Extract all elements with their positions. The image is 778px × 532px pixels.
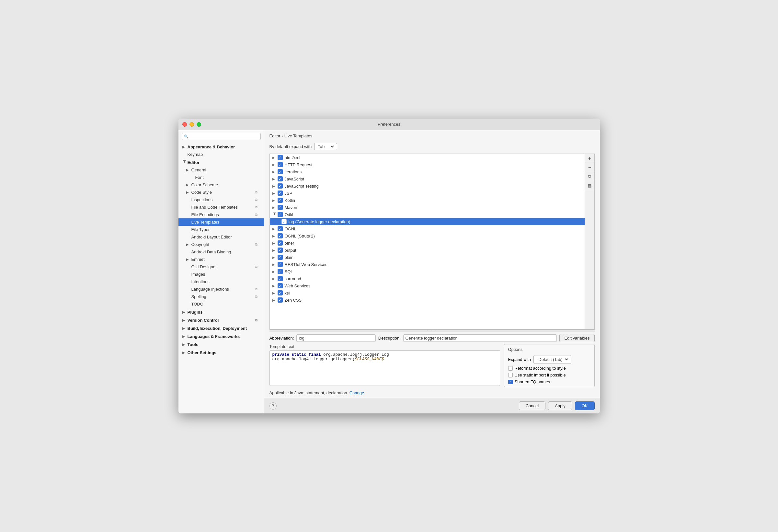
sidebar-label-emmet: Emmet xyxy=(191,257,205,262)
sidebar-item-tools[interactable]: ▶ Tools xyxy=(178,340,264,348)
sidebar-item-keymap[interactable]: Keymap xyxy=(178,151,264,158)
sidebar-item-languagesframeworks[interactable]: ▶ Languages & Frameworks xyxy=(178,332,264,340)
template-group-restful[interactable]: ▶ ✓ RESTful Web Services xyxy=(270,261,585,268)
group-checkbox-odkl[interactable]: ✓ xyxy=(278,212,283,217)
group-checkbox-httprequest[interactable]: ✓ xyxy=(278,162,283,167)
sidebar-item-font[interactable]: Font xyxy=(178,174,264,181)
sidebar-item-filecodetemplates[interactable]: File and Code Templates ⧉ xyxy=(178,204,264,211)
sidebar-item-filetypes[interactable]: File Types xyxy=(178,226,264,233)
template-group-htmlxml[interactable]: ▶ ✓ html/xml xyxy=(270,154,585,161)
sidebar-item-colorscheme[interactable]: ▶ Color Scheme xyxy=(178,181,264,188)
minimize-button[interactable] xyxy=(189,122,194,127)
expand-with-options-select[interactable]: Default (Tab) Tab Enter Space xyxy=(536,356,569,363)
help-button[interactable]: ? xyxy=(269,402,277,409)
template-group-sql[interactable]: ▶ ✓ SQL xyxy=(270,268,585,275)
sidebar-item-fileencodings[interactable]: File Encodings ⧉ xyxy=(178,211,264,218)
edit-variables-button[interactable]: Edit variables xyxy=(559,334,594,342)
preferences-window: Preferences 🔍 ▶ Appearance & Behavior Ke… xyxy=(178,119,600,413)
template-group-output[interactable]: ▶ ✓ output xyxy=(270,246,585,254)
shorten-fq-row: Shorten FQ names xyxy=(508,379,591,384)
item-checkbox-log[interactable]: ✓ xyxy=(282,219,287,224)
template-group-httprequest[interactable]: ▶ ✓ HTTP Request xyxy=(270,161,585,168)
sidebar-item-plugins[interactable]: ▶ Plugins xyxy=(178,308,264,316)
static-import-checkbox[interactable] xyxy=(508,373,513,377)
sidebar-item-intentions[interactable]: Intentions xyxy=(178,278,264,286)
sidebar-item-general[interactable]: ▶ General xyxy=(178,166,264,174)
sidebar-item-copyright[interactable]: ▶ Copyright ⧉ xyxy=(178,241,264,248)
applicable-change-link[interactable]: Change xyxy=(349,390,364,395)
group-checkbox-sql[interactable]: ✓ xyxy=(278,269,283,274)
group-checkbox-htmlxml[interactable]: ✓ xyxy=(278,155,283,160)
sidebar-item-androidlayouteditor[interactable]: Android Layout Editor xyxy=(178,233,264,241)
expand-with-select[interactable]: Tab Enter Space xyxy=(316,144,335,149)
sidebar-item-versioncontrol[interactable]: ▶ Version Control ⧉ xyxy=(178,316,264,324)
template-group-other[interactable]: ▶ ✓ other xyxy=(270,239,585,246)
sidebar-item-spelling[interactable]: Spelling ⧉ xyxy=(178,293,264,300)
sidebar-item-editor[interactable]: ▶ Editor xyxy=(178,158,264,166)
group-checkbox-other[interactable]: ✓ xyxy=(278,240,283,246)
group-checkbox-plain[interactable]: ✓ xyxy=(278,255,283,260)
template-group-surround[interactable]: ▶ ✓ surround xyxy=(270,275,585,282)
sidebar-item-androiddatabinding[interactable]: Android Data Binding xyxy=(178,248,264,256)
sidebar-item-codestyle[interactable]: ▶ Code Style ⧉ xyxy=(178,188,264,196)
cancel-button[interactable]: Cancel xyxy=(519,401,545,410)
move-template-button[interactable]: ▦ xyxy=(585,181,595,190)
group-checkbox-output[interactable]: ✓ xyxy=(278,247,283,253)
search-box[interactable]: 🔍 xyxy=(182,133,261,140)
sidebar-item-appearance[interactable]: ▶ Appearance & Behavior xyxy=(178,143,264,151)
template-group-ognl[interactable]: ▶ ✓ OGNL xyxy=(270,225,585,232)
arrow-icon: ▶ xyxy=(186,243,191,246)
abbreviation-input[interactable] xyxy=(296,334,375,342)
sidebar-item-buildexecution[interactable]: ▶ Build, Execution, Deployment xyxy=(178,324,264,332)
group-checkbox-surround[interactable]: ✓ xyxy=(278,276,283,281)
group-checkbox-kotlin[interactable]: ✓ xyxy=(278,198,283,203)
sidebar-item-languageinjections[interactable]: Language Injections ⧉ xyxy=(178,286,264,293)
sidebar-item-todo[interactable]: TODO xyxy=(178,300,264,308)
group-checkbox-zencss[interactable]: ✓ xyxy=(278,297,283,303)
sidebar-item-images[interactable]: Images xyxy=(178,271,264,278)
template-group-webservices[interactable]: ▶ ✓ Web Services xyxy=(270,282,585,289)
search-input[interactable] xyxy=(190,134,258,139)
sidebar-item-othersettings[interactable]: ▶ Other Settings xyxy=(178,348,264,356)
group-checkbox-javascript[interactable]: ✓ xyxy=(278,176,283,181)
template-item-log[interactable]: ✓ log (Generate logger declaration) xyxy=(270,218,585,225)
template-code-area[interactable]: private static final org.apache.log4j.Lo… xyxy=(269,350,500,386)
apply-button[interactable]: Apply xyxy=(548,401,572,410)
copy-template-button[interactable]: ⧉ xyxy=(585,172,595,181)
expand-with-select-wrap[interactable]: Tab Enter Space xyxy=(314,143,337,150)
template-group-kotlin[interactable]: ▶ ✓ Kotlin xyxy=(270,197,585,204)
group-checkbox-xsl[interactable]: ✓ xyxy=(278,290,283,296)
template-group-maven[interactable]: ▶ ✓ Maven xyxy=(270,204,585,211)
maximize-button[interactable] xyxy=(197,122,201,127)
group-checkbox-ognlstruts2[interactable]: ✓ xyxy=(278,233,283,238)
expand-with-options-select-wrap[interactable]: Default (Tab) Tab Enter Space xyxy=(534,355,571,364)
template-group-plain[interactable]: ▶ ✓ plain xyxy=(270,254,585,261)
arrow-icon: ▶ xyxy=(186,257,191,261)
template-group-xsl[interactable]: ▶ ✓ xsl xyxy=(270,289,585,296)
template-group-iterations[interactable]: ▶ ✓ iterations xyxy=(270,168,585,175)
group-checkbox-maven[interactable]: ✓ xyxy=(278,205,283,210)
group-checkbox-ognl[interactable]: ✓ xyxy=(278,226,283,231)
template-group-javascript[interactable]: ▶ ✓ JavaScript xyxy=(270,175,585,182)
shorten-fq-checkbox[interactable] xyxy=(508,380,513,384)
sidebar-item-guidesigner[interactable]: GUI Designer ⧉ xyxy=(178,263,264,271)
group-checkbox-javascripttesting[interactable]: ✓ xyxy=(278,183,283,188)
sidebar-item-inspections[interactable]: Inspections ⧉ xyxy=(178,196,264,204)
group-checkbox-restful[interactable]: ✓ xyxy=(278,262,283,267)
template-group-javascripttesting[interactable]: ▶ ✓ JavaScript Testing xyxy=(270,182,585,189)
ok-button[interactable]: OK xyxy=(575,401,595,410)
template-group-zencss[interactable]: ▶ ✓ Zen CSS xyxy=(270,296,585,304)
group-checkbox-jsp[interactable]: ✓ xyxy=(278,191,283,196)
template-group-ognlstruts2[interactable]: ▶ ✓ OGNL (Struts 2) xyxy=(270,232,585,239)
description-input[interactable] xyxy=(403,334,557,342)
reformat-checkbox[interactable] xyxy=(508,366,513,371)
template-group-jsp[interactable]: ▶ ✓ JSP xyxy=(270,189,585,197)
close-button[interactable] xyxy=(182,122,187,127)
sidebar-item-emmet[interactable]: ▶ Emmet xyxy=(178,256,264,263)
template-group-odkl[interactable]: ▶ ✓ Odkl xyxy=(270,211,585,218)
group-checkbox-iterations[interactable]: ✓ xyxy=(278,169,283,174)
add-template-button[interactable]: + xyxy=(585,154,595,163)
remove-template-button[interactable]: − xyxy=(585,163,595,172)
sidebar-item-livetemplates[interactable]: Live Templates xyxy=(178,218,264,226)
group-checkbox-webservices[interactable]: ✓ xyxy=(278,283,283,288)
